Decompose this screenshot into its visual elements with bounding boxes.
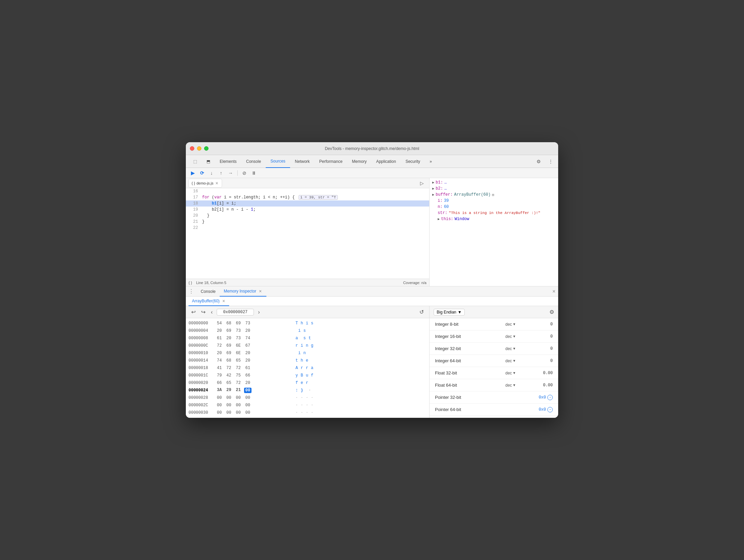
panel-menu-icon[interactable]: ⋮: [189, 288, 194, 295]
follow-pointer-icon[interactable]: →: [547, 395, 553, 400]
expand-icon[interactable]: ▶: [438, 217, 440, 221]
hex-char[interactable]: T: [296, 321, 298, 326]
hex-char[interactable]: i: [298, 351, 301, 356]
hex-char[interactable]: ·: [306, 395, 308, 400]
hex-byte[interactable]: 73: [244, 321, 251, 326]
hex-byte[interactable]: 29: [225, 388, 233, 393]
close-button[interactable]: [190, 146, 194, 151]
pause-icon[interactable]: ⏸: [250, 169, 258, 177]
hex-byte[interactable]: 20: [244, 358, 251, 363]
hex-char[interactable]: ·: [306, 403, 308, 408]
hex-char[interactable]: ·: [296, 395, 298, 400]
hex-byte[interactable]: 74: [216, 358, 223, 363]
hex-byte[interactable]: 00: [244, 395, 251, 400]
minimize-button[interactable]: [197, 146, 201, 151]
hex-byte[interactable]: 72: [216, 343, 223, 348]
hex-byte[interactable]: 72: [235, 381, 242, 385]
hex-byte[interactable]: 3A: [216, 388, 223, 393]
hex-char[interactable]: a: [311, 366, 313, 370]
hex-char[interactable]: s: [311, 321, 313, 326]
prev-address-button[interactable]: ‹: [210, 308, 214, 316]
hex-char[interactable]: a: [296, 336, 298, 341]
hex-byte[interactable]: 69: [235, 321, 242, 326]
hex-byte[interactable]: 00: [216, 395, 223, 400]
more-icon[interactable]: ⋮: [546, 157, 555, 166]
hex-byte[interactable]: 66: [244, 373, 251, 378]
format-select[interactable]: dec▼: [505, 359, 526, 363]
hex-char[interactable]: ·: [311, 410, 313, 415]
hex-byte[interactable]: 20: [244, 381, 251, 385]
hex-byte[interactable]: 00: [244, 388, 251, 393]
hex-byte[interactable]: 54: [216, 321, 223, 326]
hex-byte[interactable]: 00: [216, 403, 223, 408]
hex-byte[interactable]: 65: [235, 358, 242, 363]
hex-char[interactable]: n: [306, 343, 308, 348]
file-close-icon[interactable]: ×: [215, 180, 219, 186]
tab-application[interactable]: Application: [371, 155, 401, 168]
hex-byte[interactable]: 74: [244, 336, 251, 341]
hex-char[interactable]: e: [301, 381, 303, 385]
follow-pointer-icon[interactable]: →: [547, 407, 553, 412]
tab-security[interactable]: Security: [401, 155, 425, 168]
hex-byte[interactable]: 69: [225, 343, 233, 348]
redo-icon[interactable]: ↪: [200, 308, 207, 316]
format-select[interactable]: dec▼: [505, 322, 526, 327]
hex-byte[interactable]: 67: [244, 343, 251, 348]
resume-button[interactable]: ▶: [189, 169, 197, 177]
format-select[interactable]: dec▼: [505, 346, 526, 351]
hex-char[interactable]: t: [296, 358, 298, 363]
hex-char[interactable]: B: [301, 373, 303, 378]
memory-icon[interactable]: ⊞: [492, 193, 494, 197]
tab-sources[interactable]: Sources: [266, 155, 290, 168]
hex-byte[interactable]: 00: [225, 395, 233, 400]
hex-byte[interactable]: 00: [225, 410, 233, 415]
hex-char[interactable]: i: [306, 321, 308, 326]
expand-icon[interactable]: ▶: [432, 180, 434, 185]
tab-console-bottom[interactable]: Console: [197, 286, 220, 297]
hex-byte[interactable]: 20: [244, 328, 251, 333]
value-settings-icon[interactable]: ⚙: [549, 309, 554, 315]
hex-byte[interactable]: 42: [225, 373, 233, 378]
hex-char[interactable]: n: [303, 351, 306, 356]
tab-cursor[interactable]: ⬚: [189, 155, 202, 168]
step-button[interactable]: →: [226, 169, 235, 177]
hex-byte[interactable]: 00: [244, 403, 251, 408]
hex-byte[interactable]: 20: [225, 336, 233, 341]
hex-char[interactable]: :: [296, 388, 298, 393]
undo-icon[interactable]: ↩: [190, 308, 197, 316]
tab-memory[interactable]: Memory: [347, 155, 371, 168]
hex-char[interactable]: ·: [296, 403, 298, 408]
hex-char[interactable]: ·: [311, 395, 313, 400]
panel-close-right-icon[interactable]: ×: [552, 288, 555, 295]
endian-select[interactable]: Big Endian ▼: [434, 309, 465, 316]
refresh-icon[interactable]: ↺: [418, 308, 425, 316]
hex-byte[interactable]: 20: [216, 351, 223, 356]
hex-char[interactable]: y: [296, 373, 298, 378]
hex-byte[interactable]: 73: [235, 336, 242, 341]
next-address-button[interactable]: ›: [257, 308, 261, 316]
hex-char[interactable]: t: [308, 336, 311, 341]
settings-icon[interactable]: ⚙: [534, 157, 543, 166]
file-tab[interactable]: { } demo-js.js ×: [189, 179, 222, 188]
hex-char[interactable]: f: [311, 373, 313, 378]
tab-memory-inspector[interactable]: Memory Inspector ×: [220, 286, 266, 297]
tab-console[interactable]: Console: [241, 155, 266, 168]
expand-icon[interactable]: ▶: [432, 187, 434, 191]
memory-inspector-close-icon[interactable]: ×: [258, 288, 262, 294]
hex-char[interactable]: ·: [311, 403, 313, 408]
hex-char[interactable]: u: [306, 373, 308, 378]
hex-byte[interactable]: 00: [235, 395, 242, 400]
address-input[interactable]: [217, 309, 254, 316]
hex-byte[interactable]: 66: [216, 381, 223, 385]
hex-byte[interactable]: 72: [235, 366, 242, 370]
hex-byte[interactable]: 00: [244, 410, 251, 415]
hex-char[interactable]: A: [296, 366, 298, 370]
expand-icon[interactable]: ▶: [432, 193, 434, 197]
hex-char[interactable]: g: [311, 343, 313, 348]
hex-byte[interactable]: 6E: [235, 343, 242, 348]
tab-performance[interactable]: Performance: [314, 155, 347, 168]
hex-char[interactable]: h: [301, 321, 303, 326]
hex-char[interactable]: i: [301, 343, 303, 348]
hex-char[interactable]: s: [303, 336, 306, 341]
pointer-value[interactable]: 0x0 →: [539, 395, 553, 400]
